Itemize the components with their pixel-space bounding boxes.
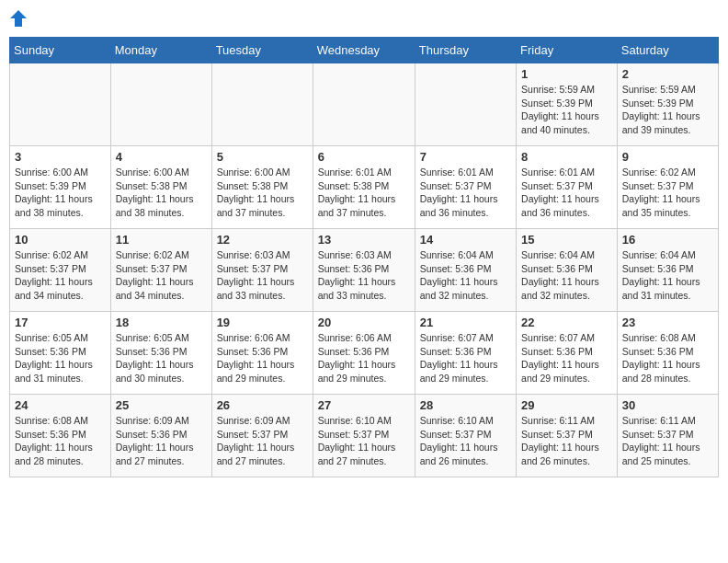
header-row: SundayMondayTuesdayWednesdayThursdayFrid… xyxy=(10,38,719,63)
day-info: Sunrise: 6:09 AM Sunset: 5:37 PM Dayligh… xyxy=(217,414,308,468)
day-info: Sunrise: 6:04 AM Sunset: 5:36 PM Dayligh… xyxy=(420,248,511,303)
calendar-cell: 23Sunrise: 6:08 AM Sunset: 5:36 PM Dayli… xyxy=(617,312,718,395)
calendar-cell: 29Sunrise: 6:11 AM Sunset: 5:37 PM Dayli… xyxy=(517,395,618,477)
calendar-week-2: 10Sunrise: 6:02 AM Sunset: 5:37 PM Dayli… xyxy=(10,229,719,312)
calendar-week-0: 1Sunrise: 5:59 AM Sunset: 5:39 PM Daylig… xyxy=(10,63,719,146)
day-number: 12 xyxy=(217,233,308,247)
calendar-week-4: 24Sunrise: 6:08 AM Sunset: 5:36 PM Dayli… xyxy=(10,395,719,477)
day-number: 13 xyxy=(318,233,410,247)
calendar-cell xyxy=(211,63,313,146)
day-number: 18 xyxy=(116,316,207,329)
calendar-body: 1Sunrise: 5:59 AM Sunset: 5:39 PM Daylig… xyxy=(10,63,719,477)
calendar-cell: 30Sunrise: 6:11 AM Sunset: 5:37 PM Dayli… xyxy=(617,395,718,477)
day-number: 15 xyxy=(521,233,612,247)
calendar-cell: 5Sunrise: 6:00 AM Sunset: 5:38 PM Daylig… xyxy=(211,146,313,229)
calendar-cell: 24Sunrise: 6:08 AM Sunset: 5:36 PM Dayli… xyxy=(10,395,111,477)
day-number: 30 xyxy=(622,398,713,412)
day-number: 11 xyxy=(116,233,207,247)
calendar-week-1: 3Sunrise: 6:00 AM Sunset: 5:39 PM Daylig… xyxy=(10,146,719,229)
day-number: 25 xyxy=(116,398,207,412)
calendar-cell: 25Sunrise: 6:09 AM Sunset: 5:36 PM Dayli… xyxy=(110,395,211,477)
day-number: 6 xyxy=(318,150,410,164)
calendar-cell: 21Sunrise: 6:07 AM Sunset: 5:36 PM Dayli… xyxy=(415,312,516,395)
svg-marker-0 xyxy=(10,10,27,27)
day-of-week-saturday: Saturday xyxy=(617,38,718,63)
day-info: Sunrise: 6:04 AM Sunset: 5:36 PM Dayligh… xyxy=(622,248,713,303)
calendar-cell: 9Sunrise: 6:02 AM Sunset: 5:37 PM Daylig… xyxy=(617,146,718,229)
calendar-cell: 19Sunrise: 6:06 AM Sunset: 5:36 PM Dayli… xyxy=(211,312,313,395)
day-info: Sunrise: 6:07 AM Sunset: 5:36 PM Dayligh… xyxy=(521,331,612,385)
calendar-cell: 2Sunrise: 5:59 AM Sunset: 5:39 PM Daylig… xyxy=(617,63,718,146)
logo xyxy=(9,9,31,31)
day-info: Sunrise: 6:07 AM Sunset: 5:36 PM Dayligh… xyxy=(420,331,511,385)
logo-icon xyxy=(9,9,28,28)
day-number: 9 xyxy=(622,150,713,164)
day-info: Sunrise: 6:03 AM Sunset: 5:36 PM Dayligh… xyxy=(318,248,410,303)
day-number: 28 xyxy=(420,398,511,412)
day-info: Sunrise: 6:10 AM Sunset: 5:37 PM Dayligh… xyxy=(318,414,410,468)
calendar-cell: 11Sunrise: 6:02 AM Sunset: 5:37 PM Dayli… xyxy=(110,229,211,312)
calendar-cell: 10Sunrise: 6:02 AM Sunset: 5:37 PM Dayli… xyxy=(10,229,111,312)
day-of-week-sunday: Sunday xyxy=(10,38,111,63)
day-info: Sunrise: 6:05 AM Sunset: 5:36 PM Dayligh… xyxy=(15,331,106,385)
day-number: 3 xyxy=(15,150,106,164)
day-number: 2 xyxy=(622,67,713,81)
day-number: 8 xyxy=(521,150,612,164)
day-number: 22 xyxy=(521,316,612,329)
day-of-week-monday: Monday xyxy=(110,38,211,63)
day-of-week-thursday: Thursday xyxy=(415,38,516,63)
day-info: Sunrise: 6:02 AM Sunset: 5:37 PM Dayligh… xyxy=(15,248,106,303)
day-number: 1 xyxy=(521,67,612,81)
day-info: Sunrise: 6:02 AM Sunset: 5:37 PM Dayligh… xyxy=(116,248,207,303)
calendar-cell: 6Sunrise: 6:01 AM Sunset: 5:38 PM Daylig… xyxy=(313,146,415,229)
calendar-cell: 14Sunrise: 6:04 AM Sunset: 5:36 PM Dayli… xyxy=(415,229,516,312)
day-info: Sunrise: 6:03 AM Sunset: 5:37 PM Dayligh… xyxy=(217,248,308,303)
day-number: 19 xyxy=(217,316,308,329)
day-info: Sunrise: 6:02 AM Sunset: 5:37 PM Dayligh… xyxy=(622,166,713,220)
day-info: Sunrise: 6:00 AM Sunset: 5:39 PM Dayligh… xyxy=(15,166,106,220)
calendar-header: SundayMondayTuesdayWednesdayThursdayFrid… xyxy=(10,38,719,63)
calendar-cell: 12Sunrise: 6:03 AM Sunset: 5:37 PM Dayli… xyxy=(211,229,313,312)
calendar-cell: 18Sunrise: 6:05 AM Sunset: 5:36 PM Dayli… xyxy=(110,312,211,395)
calendar-cell: 15Sunrise: 6:04 AM Sunset: 5:36 PM Dayli… xyxy=(517,229,618,312)
day-number: 17 xyxy=(15,316,106,329)
day-info: Sunrise: 6:01 AM Sunset: 5:38 PM Dayligh… xyxy=(318,166,410,220)
calendar-table: SundayMondayTuesdayWednesdayThursdayFrid… xyxy=(9,37,719,477)
day-info: Sunrise: 6:06 AM Sunset: 5:36 PM Dayligh… xyxy=(318,331,410,385)
day-info: Sunrise: 6:04 AM Sunset: 5:36 PM Dayligh… xyxy=(521,248,612,303)
calendar-cell: 3Sunrise: 6:00 AM Sunset: 5:39 PM Daylig… xyxy=(10,146,111,229)
calendar-cell: 8Sunrise: 6:01 AM Sunset: 5:37 PM Daylig… xyxy=(517,146,618,229)
day-info: Sunrise: 5:59 AM Sunset: 5:39 PM Dayligh… xyxy=(521,83,612,137)
day-info: Sunrise: 6:06 AM Sunset: 5:36 PM Dayligh… xyxy=(217,331,308,385)
day-info: Sunrise: 6:01 AM Sunset: 5:37 PM Dayligh… xyxy=(420,166,511,220)
day-number: 26 xyxy=(217,398,308,412)
calendar-cell xyxy=(313,63,415,146)
day-info: Sunrise: 6:00 AM Sunset: 5:38 PM Dayligh… xyxy=(116,166,207,220)
day-number: 4 xyxy=(116,150,207,164)
day-number: 10 xyxy=(15,233,106,247)
calendar-cell xyxy=(415,63,516,146)
calendar-cell: 27Sunrise: 6:10 AM Sunset: 5:37 PM Dayli… xyxy=(313,395,415,477)
page-header xyxy=(9,9,719,31)
day-info: Sunrise: 5:59 AM Sunset: 5:39 PM Dayligh… xyxy=(622,83,713,137)
day-number: 24 xyxy=(15,398,106,412)
day-info: Sunrise: 6:01 AM Sunset: 5:37 PM Dayligh… xyxy=(521,166,612,220)
day-number: 7 xyxy=(420,150,511,164)
calendar-cell: 1Sunrise: 5:59 AM Sunset: 5:39 PM Daylig… xyxy=(517,63,618,146)
calendar-cell: 20Sunrise: 6:06 AM Sunset: 5:36 PM Dayli… xyxy=(313,312,415,395)
day-of-week-friday: Friday xyxy=(517,38,618,63)
day-number: 14 xyxy=(420,233,511,247)
day-info: Sunrise: 6:11 AM Sunset: 5:37 PM Dayligh… xyxy=(622,414,713,468)
day-info: Sunrise: 6:11 AM Sunset: 5:37 PM Dayligh… xyxy=(521,414,612,468)
calendar-cell xyxy=(110,63,211,146)
day-of-week-tuesday: Tuesday xyxy=(211,38,313,63)
calendar-cell: 26Sunrise: 6:09 AM Sunset: 5:37 PM Dayli… xyxy=(211,395,313,477)
calendar-cell: 28Sunrise: 6:10 AM Sunset: 5:37 PM Dayli… xyxy=(415,395,516,477)
day-info: Sunrise: 6:00 AM Sunset: 5:38 PM Dayligh… xyxy=(217,166,308,220)
day-number: 5 xyxy=(217,150,308,164)
calendar-cell: 22Sunrise: 6:07 AM Sunset: 5:36 PM Dayli… xyxy=(517,312,618,395)
calendar-cell: 7Sunrise: 6:01 AM Sunset: 5:37 PM Daylig… xyxy=(415,146,516,229)
calendar-cell: 17Sunrise: 6:05 AM Sunset: 5:36 PM Dayli… xyxy=(10,312,111,395)
day-info: Sunrise: 6:09 AM Sunset: 5:36 PM Dayligh… xyxy=(116,414,207,468)
calendar-cell: 13Sunrise: 6:03 AM Sunset: 5:36 PM Dayli… xyxy=(313,229,415,312)
